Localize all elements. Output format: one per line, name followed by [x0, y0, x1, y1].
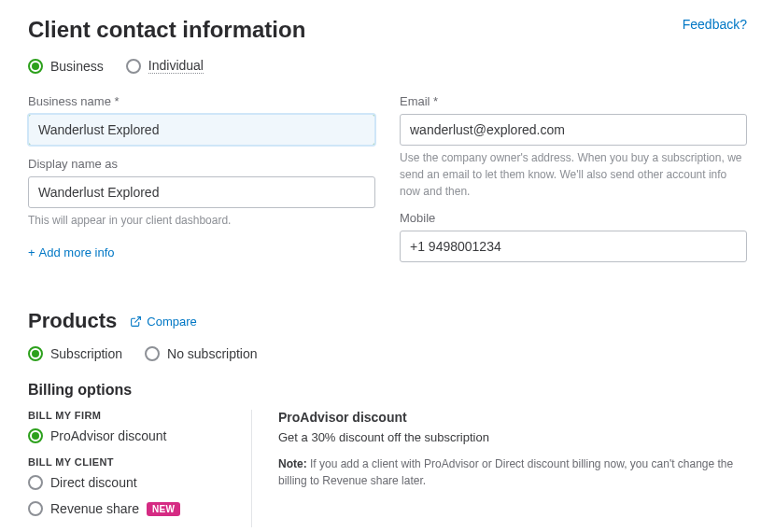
- page-title: Client contact information: [28, 17, 305, 43]
- business-name-label: Business name *: [28, 94, 375, 108]
- bill-firm-heading: BILL MY FIRM: [28, 410, 236, 421]
- products-title: Products: [28, 309, 117, 333]
- radio-icon: [28, 346, 43, 361]
- display-name-help: This will appear in your client dashboar…: [28, 212, 375, 229]
- radio-label: Individual: [148, 58, 204, 74]
- add-more-info-link[interactable]: + Add more info: [28, 245, 115, 259]
- compare-label: Compare: [147, 315, 196, 329]
- radio-direct[interactable]: Direct discount: [28, 475, 236, 490]
- panel-title: ProAdvisor discount: [278, 410, 747, 425]
- add-more-label: Add more info: [39, 245, 115, 259]
- panel-note: Note: If you add a client with ProAdviso…: [278, 455, 747, 489]
- radio-proadvisor[interactable]: ProAdvisor discount: [28, 428, 236, 443]
- note-label: Note:: [278, 457, 307, 470]
- email-input[interactable]: [400, 114, 747, 146]
- feedback-link[interactable]: Feedback?: [683, 17, 747, 32]
- radio-business[interactable]: Business: [28, 58, 104, 74]
- svg-line-0: [135, 316, 141, 322]
- plus-icon: +: [28, 245, 35, 259]
- bill-client-heading: BILL MY CLIENT: [28, 456, 236, 468]
- radio-label: Direct discount: [50, 475, 137, 490]
- radio-label: No subscription: [167, 346, 258, 361]
- contact-type-radios: Business Individual: [28, 58, 747, 74]
- radio-individual[interactable]: Individual: [126, 58, 204, 74]
- external-link-icon: [130, 315, 142, 328]
- radio-revenue[interactable]: Revenue share NEW: [28, 501, 236, 516]
- radio-icon: [28, 428, 43, 443]
- panel-subtitle: Get a 30% discount off the subscription: [278, 430, 747, 444]
- display-name-label: Display name as: [28, 157, 375, 171]
- radio-icon: [28, 59, 43, 74]
- radio-icon: [145, 346, 160, 361]
- radio-no-subscription[interactable]: No subscription: [145, 346, 258, 361]
- new-badge: NEW: [147, 502, 180, 516]
- business-name-input[interactable]: [28, 114, 375, 146]
- radio-icon: [28, 475, 43, 490]
- email-help: Use the company owner's address. When yo…: [400, 149, 747, 200]
- billing-options-title: Billing options: [28, 382, 747, 399]
- radio-icon: [126, 59, 141, 74]
- radio-icon: [28, 501, 43, 516]
- radio-label: Subscription: [50, 346, 122, 361]
- radio-label: ProAdvisor discount: [50, 428, 167, 443]
- note-text: If you add a client with ProAdvisor or D…: [278, 457, 733, 487]
- mobile-label: Mobile: [400, 211, 747, 225]
- products-radios: Subscription No subscription: [28, 346, 747, 361]
- email-label: Email *: [400, 94, 747, 108]
- radio-label: Business: [50, 59, 104, 74]
- radio-label: Revenue share: [50, 501, 139, 516]
- radio-subscription[interactable]: Subscription: [28, 346, 122, 361]
- display-name-input[interactable]: [28, 176, 375, 208]
- mobile-input[interactable]: [400, 231, 747, 262]
- compare-link[interactable]: Compare: [130, 315, 196, 329]
